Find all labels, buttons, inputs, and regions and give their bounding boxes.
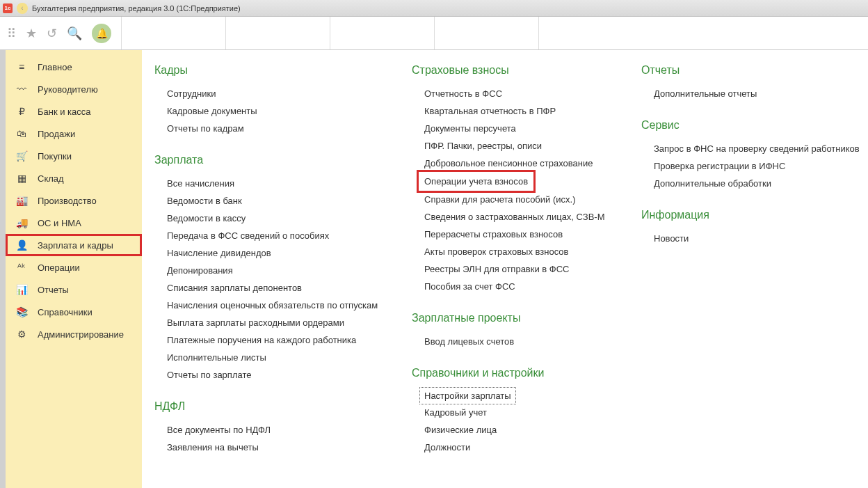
- section-title: Зарплата: [154, 154, 398, 166]
- column-2: Страховые взносыОтчетность в ФССКварталь…: [412, 64, 627, 456]
- menu-link[interactable]: Дополнительные обработки: [654, 175, 864, 192]
- menu-link[interactable]: Все документы по НДФЛ: [167, 421, 398, 439]
- history-icon[interactable]: ↺: [47, 26, 57, 41]
- menu-link[interactable]: Проверка регистрации в ИФНС: [654, 157, 864, 175]
- sidebar: ≡Главное〰Руководителю₽Банк и касса🛍Прода…: [6, 50, 142, 488]
- link-list: Все начисленияВедомости в банкВедомости …: [154, 175, 398, 384]
- menu-link[interactable]: Все начисления: [167, 175, 398, 192]
- menu-link[interactable]: Пособия за счет ФСС: [424, 278, 627, 295]
- sidebar-label: Администрирование: [38, 329, 124, 340]
- sidebar-item-12[interactable]: ⚙Администрирование: [6, 323, 142, 345]
- app-icon-1c: 1c: [3, 3, 13, 13]
- sidebar-icon: 📚: [15, 306, 28, 317]
- menu-link[interactable]: Списания зарплаты депонентов: [167, 279, 398, 297]
- sidebar-label: Склад: [38, 173, 64, 184]
- bell-icon[interactable]: 🔔: [92, 24, 111, 43]
- sidebar-item-1[interactable]: 〰Руководителю: [6, 78, 142, 100]
- sidebar-item-9[interactable]: ᴬᵏОперации: [6, 256, 142, 278]
- section-title: Отчеты: [641, 64, 864, 77]
- menu-link[interactable]: Реестры ЭЛН для отправки в ФСС: [424, 260, 627, 278]
- link-list: Запрос в ФНС на проверку сведений работн…: [641, 140, 864, 192]
- sidebar-item-0[interactable]: ≡Главное: [6, 56, 142, 78]
- titlebar: 1c ‹ Бухгалтерия предприятия, редакция 3…: [0, 0, 868, 17]
- menu-link[interactable]: Новости: [654, 230, 864, 247]
- sidebar-item-7[interactable]: 🚚ОС и НМА: [6, 212, 142, 234]
- menu-link[interactable]: Дополнительные отчеты: [654, 85, 864, 102]
- menu-link[interactable]: Перерасчеты страховых взносов: [424, 226, 627, 243]
- menu-link[interactable]: Сведения о застрахованных лицах, СЗВ-М: [424, 208, 627, 226]
- tab-slot[interactable]: [330, 17, 434, 49]
- menu-link[interactable]: Операции учета взносов: [419, 172, 533, 191]
- content: КадрыСотрудникиКадровые документыОтчеты …: [142, 50, 868, 488]
- sidebar-item-8[interactable]: 👤Зарплата и кадры: [6, 234, 142, 256]
- menu-link[interactable]: Отчеты по зарплате: [167, 366, 398, 384]
- menu-link[interactable]: Кадровый учет: [424, 404, 627, 421]
- toolbar: ⠿ ★ ↺ 🔍 🔔: [0, 17, 868, 50]
- menu-link[interactable]: Запрос в ФНС на проверку сведений работн…: [654, 140, 864, 157]
- menu-link[interactable]: Исполнительные листы: [167, 349, 398, 366]
- menu-link[interactable]: ПФР. Пачки, реестры, описи: [424, 137, 627, 155]
- menu-link[interactable]: Должности: [424, 439, 627, 456]
- sidebar-icon: 👤: [15, 239, 28, 251]
- menu-link[interactable]: Добровольное пенсионное страхование: [424, 155, 627, 172]
- tab-slot[interactable]: [225, 17, 330, 49]
- search-icon[interactable]: 🔍: [67, 26, 82, 41]
- link-list: Настройки зарплатыКадровый учетФизически…: [412, 388, 627, 456]
- menu-link[interactable]: Заявления на вычеты: [167, 439, 398, 456]
- sidebar-icon: ≡: [15, 61, 28, 72]
- section-title: Справочники и настройки: [412, 367, 627, 379]
- menu-link[interactable]: Выплата зарплаты расходными ордерами: [167, 314, 398, 331]
- column-3: ОтчетыДополнительные отчетыСервисЗапрос …: [641, 64, 864, 247]
- sidebar-label: Справочники: [38, 307, 93, 317]
- menu-link[interactable]: Сотрудники: [167, 85, 398, 102]
- menu-link[interactable]: Отчетность в ФСС: [424, 85, 627, 102]
- sidebar-label: Главное: [38, 62, 72, 72]
- apps-icon[interactable]: ⠿: [7, 26, 16, 41]
- sidebar-item-11[interactable]: 📚Справочники: [6, 301, 142, 323]
- menu-link[interactable]: Квартальная отчетность в ПФР: [424, 102, 627, 120]
- sidebar-icon: ▦: [15, 173, 28, 184]
- tab-slot[interactable]: [434, 17, 538, 49]
- menu-link[interactable]: Начисления оценочных обязательств по отп…: [167, 297, 398, 314]
- menu-link[interactable]: Ввод лицевых счетов: [424, 333, 627, 350]
- tab-slot[interactable]: [538, 17, 643, 49]
- menu-link[interactable]: Настройки зарплаты: [420, 388, 515, 404]
- sidebar-item-4[interactable]: 🛒Покупки: [6, 145, 142, 167]
- menu-link[interactable]: Ведомости в банк: [167, 192, 398, 210]
- link-list: Дополнительные отчеты: [641, 85, 864, 102]
- column-1: КадрыСотрудникиКадровые документыОтчеты …: [154, 64, 398, 456]
- section-title: Страховые взносы: [412, 64, 627, 77]
- sidebar-item-2[interactable]: ₽Банк и касса: [6, 100, 142, 123]
- sidebar-icon: ₽: [15, 106, 28, 117]
- menu-link[interactable]: Ведомости в кассу: [167, 210, 398, 227]
- section-title: Сервис: [641, 119, 864, 132]
- menu-link[interactable]: Кадровые документы: [167, 102, 398, 120]
- sidebar-label: Операции: [38, 262, 80, 273]
- menu-link[interactable]: Начисление дивидендов: [167, 244, 398, 262]
- sidebar-icon: 🛍: [15, 128, 28, 139]
- menu-link[interactable]: Депонирования: [167, 262, 398, 279]
- menu-link[interactable]: Акты проверок страховых взносов: [424, 243, 627, 260]
- link-list: Ввод лицевых счетов: [412, 333, 627, 350]
- menu-link[interactable]: Отчеты по кадрам: [167, 120, 398, 137]
- menu-link[interactable]: Платежные поручения на каждого работника: [167, 331, 398, 349]
- menu-link[interactable]: Документы персучета: [424, 120, 627, 137]
- sidebar-item-6[interactable]: 🏭Производство: [6, 189, 142, 212]
- sidebar-item-3[interactable]: 🛍Продажи: [6, 123, 142, 145]
- back-icon[interactable]: ‹: [17, 3, 28, 14]
- sidebar-icon: ⚙: [15, 329, 28, 340]
- sidebar-label: Покупки: [38, 151, 72, 162]
- sidebar-label: Продажи: [38, 129, 75, 139]
- sidebar-label: Банк и касса: [38, 107, 91, 117]
- tab-slot[interactable]: [121, 17, 225, 49]
- star-icon[interactable]: ★: [26, 26, 37, 41]
- sidebar-icon: ᴬᵏ: [15, 262, 28, 273]
- link-list: Все документы по НДФЛЗаявления на вычеты: [154, 421, 398, 456]
- sidebar-icon: 🏭: [15, 195, 28, 206]
- menu-link[interactable]: Физические лица: [424, 421, 627, 439]
- tabs-area: [121, 17, 861, 49]
- sidebar-item-5[interactable]: ▦Склад: [6, 167, 142, 189]
- sidebar-item-10[interactable]: 📊Отчеты: [6, 278, 142, 301]
- menu-link[interactable]: Передача в ФСС сведений о пособиях: [167, 227, 398, 244]
- menu-link[interactable]: Справки для расчета пособий (исх.): [424, 191, 627, 208]
